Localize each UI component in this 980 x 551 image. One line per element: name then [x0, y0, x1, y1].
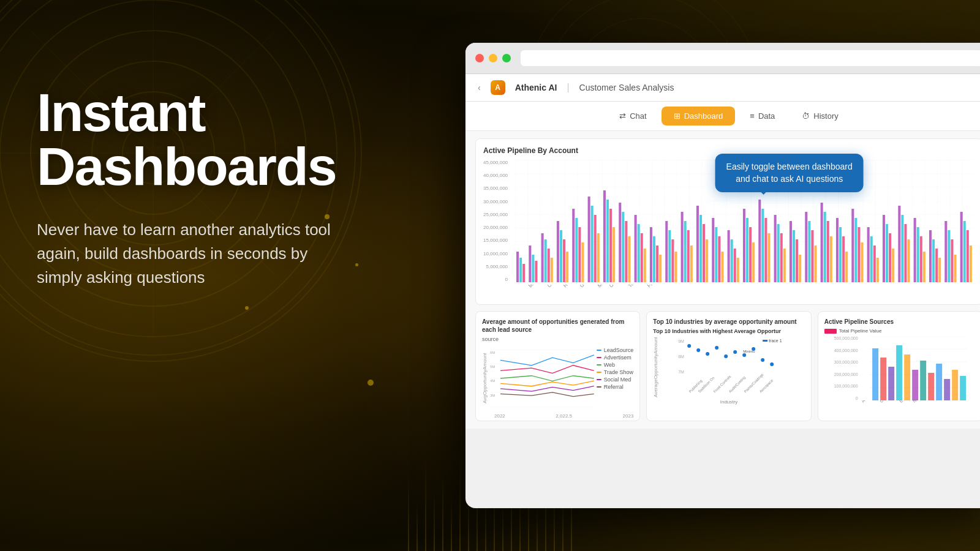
svg-point-152 [706, 352, 709, 356]
svg-rect-33 [575, 218, 578, 282]
svg-rect-84 [774, 215, 777, 282]
deco-dot-3 [368, 380, 374, 386]
svg-rect-120 [914, 218, 916, 282]
svg-rect-128 [944, 221, 947, 282]
svg-rect-108 [867, 227, 870, 282]
svg-rect-116 [898, 206, 900, 282]
svg-rect-76 [743, 209, 745, 282]
svg-rect-49 [638, 224, 640, 282]
svg-rect-86 [780, 233, 783, 282]
svg-rect-93 [808, 221, 810, 282]
svg-rect-47 [628, 236, 630, 282]
lead-source-title: Average amount of opportunities generate… [482, 318, 633, 334]
traffic-light-green[interactable] [502, 54, 511, 62]
tab-history-label: History [813, 111, 838, 121]
svg-rect-148 [763, 340, 767, 342]
url-bar[interactable] [521, 50, 980, 66]
svg-rect-133 [963, 221, 966, 282]
svg-rect-178 [912, 370, 918, 400]
tab-data[interactable]: ≡ Data [737, 107, 787, 126]
svg-rect-123 [923, 252, 925, 282]
nav-page-title: Customer Sales Analysis [579, 83, 674, 92]
subtitle-text: Never have to learn another analytics to… [37, 218, 331, 290]
svg-rect-114 [889, 233, 891, 282]
svg-rect-78 [749, 227, 752, 282]
svg-rect-81 [761, 209, 764, 282]
svg-rect-36 [588, 197, 590, 282]
svg-rect-34 [578, 227, 581, 282]
tab-history[interactable]: ⏱ History [790, 107, 850, 126]
svg-text:Minimu: Minimu [743, 350, 755, 353]
lead-source-chart: Average amount of opportunities generate… [475, 311, 640, 421]
svg-rect-64 [696, 206, 699, 282]
svg-rect-115 [892, 249, 894, 282]
svg-rect-124 [929, 230, 932, 282]
svg-rect-181 [936, 364, 942, 400]
svg-rect-113 [886, 224, 888, 282]
svg-text:9M: 9M [678, 339, 684, 343]
svg-rect-103 [845, 252, 848, 282]
svg-rect-89 [793, 230, 795, 282]
traffic-light-red[interactable] [475, 54, 484, 62]
svg-point-158 [761, 358, 764, 362]
svg-rect-96 [821, 203, 823, 282]
pipeline-bar-svg [861, 336, 976, 400]
svg-rect-32 [572, 209, 575, 282]
left-content: Instant Dashboards Never have to learn a… [37, 86, 380, 290]
svg-rect-38 [594, 215, 597, 282]
svg-rect-130 [951, 239, 953, 282]
svg-rect-26 [548, 249, 550, 282]
svg-rect-175 [888, 367, 894, 400]
svg-rect-97 [824, 212, 826, 282]
svg-rect-35 [581, 242, 584, 282]
svg-rect-67 [706, 239, 708, 282]
svg-rect-41 [606, 200, 609, 282]
svg-rect-182 [944, 379, 950, 400]
svg-text:Aerospace: Aerospace [759, 378, 774, 394]
svg-rect-43 [612, 227, 615, 282]
browser-chrome [466, 43, 980, 74]
svg-rect-109 [870, 236, 873, 282]
svg-rect-99 [830, 236, 832, 282]
svg-rect-85 [777, 224, 780, 282]
svg-rect-104 [851, 209, 854, 282]
tab-dashboard[interactable]: ⊞ Dashboard [662, 107, 736, 126]
dashboard-content: Active Pipeline By Account 45,000,000 40… [466, 131, 980, 429]
svg-rect-21 [529, 246, 531, 282]
traffic-light-yellow[interactable] [489, 54, 497, 62]
scatter-svg: 9M 8M 7M trace 1 [660, 337, 804, 398]
svg-rect-20 [522, 264, 525, 282]
svg-rect-68 [712, 218, 714, 282]
industry-chart: Top 10 industries by average opportunity… [646, 311, 811, 421]
svg-rect-23 [535, 261, 537, 282]
svg-rect-100 [836, 218, 839, 282]
svg-rect-131 [954, 255, 957, 282]
brand-logo: A [491, 80, 505, 95]
lead-source-subtitle: source [482, 336, 633, 342]
svg-text:4M: 4M [490, 379, 495, 383]
tab-chat[interactable]: ⇄ Chat [607, 107, 658, 126]
svg-text:8M: 8M [678, 354, 684, 359]
svg-point-159 [770, 362, 774, 366]
svg-rect-88 [790, 221, 792, 282]
svg-rect-48 [635, 215, 637, 282]
svg-rect-184 [960, 376, 966, 400]
nav-back-button[interactable]: ‹ [478, 83, 481, 92]
svg-rect-106 [858, 227, 860, 282]
svg-rect-111 [876, 258, 879, 282]
svg-rect-19 [519, 258, 522, 282]
svg-rect-69 [715, 227, 717, 282]
industry-title: Top 10 industries by average opportunity… [653, 318, 804, 326]
line-chart-x-label: YEAR [482, 420, 633, 421]
svg-rect-105 [854, 218, 857, 282]
svg-rect-82 [764, 218, 767, 282]
svg-rect-90 [796, 239, 798, 282]
svg-rect-61 [684, 221, 687, 282]
svg-rect-101 [839, 227, 842, 282]
svg-rect-40 [603, 190, 606, 282]
svg-rect-118 [904, 224, 907, 282]
svg-rect-53 [653, 236, 655, 282]
svg-rect-79 [752, 242, 755, 282]
svg-rect-83 [768, 233, 771, 282]
brand-name: Athenic AI [515, 83, 557, 92]
